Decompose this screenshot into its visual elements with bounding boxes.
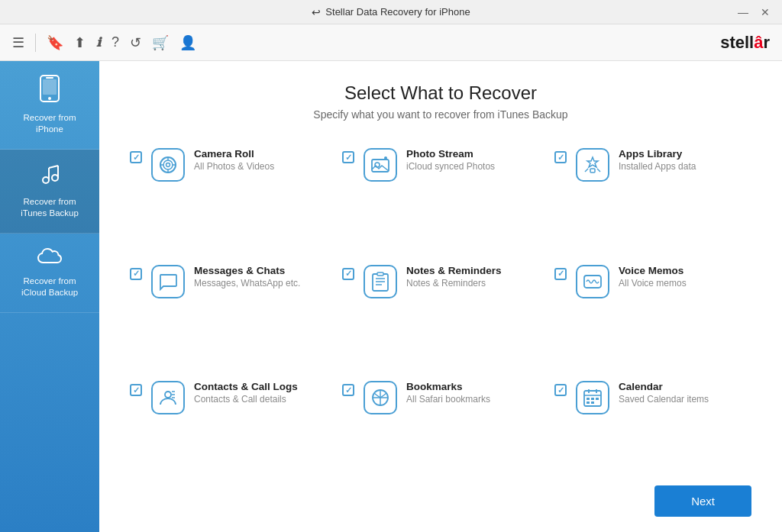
svg-point-4 (43, 177, 49, 183)
close-button[interactable]: ✕ (758, 6, 773, 18)
sidebar-item-itunes[interactable]: Recover fromiTunes Backup (0, 150, 99, 234)
iphone-icon (39, 75, 60, 106)
recovery-item-apps-library: Apps Library Installed Apps data (554, 148, 751, 243)
sidebar-icloud-label: Recover fromiCloud Backup (21, 276, 78, 298)
user-icon[interactable]: 👤 (179, 34, 196, 51)
bookmarks-checkbox[interactable] (342, 384, 354, 396)
sidebar-item-icloud[interactable]: Recover fromiCloud Backup (0, 234, 99, 313)
svg-point-18 (384, 156, 387, 160)
recovery-item-bookmarks: Bookmarks All Safari bookmarks (342, 381, 539, 476)
window-title: ↩ Stellar Data Recovery for iPhone (312, 6, 470, 18)
svg-rect-3 (43, 79, 57, 95)
menu-icon[interactable]: ☰ (12, 34, 24, 51)
svg-rect-37 (586, 398, 590, 400)
page-title: Select What to Recover (130, 82, 751, 104)
itunes-icon (38, 163, 61, 190)
svg-point-10 (163, 160, 173, 169)
camera-roll-checkbox[interactable] (130, 151, 142, 163)
calendar-icon (576, 381, 609, 414)
messages-checkbox[interactable] (130, 268, 142, 280)
recovery-grid: Camera Roll All Photos & Videos Photo S (130, 148, 751, 476)
sidebar-item-iphone[interactable]: Recover fromiPhone (0, 61, 99, 150)
photo-stream-checkbox[interactable] (342, 151, 354, 163)
messages-icon (151, 265, 185, 298)
sidebar: Recover fromiPhone Recover fromiTunes Ba… (0, 61, 99, 532)
minimize-button[interactable]: — (735, 6, 751, 18)
calendar-text: Calendar Saved Calendar items (619, 381, 709, 405)
svg-rect-19 (590, 169, 595, 172)
main-layout: Recover fromiPhone Recover fromiTunes Ba… (0, 61, 782, 532)
toolbar: ☰ 🔖 ⬆ ℹ ? ↺ 🛒 👤 stellâr (0, 24, 782, 61)
photo-stream-text: Photo Stream iCloud synced Photos (406, 148, 495, 172)
svg-rect-38 (591, 398, 594, 400)
camera-roll-text: Camera Roll All Photos & Videos (194, 148, 274, 172)
page-subtitle: Specify what you want to recover from iT… (130, 108, 751, 121)
recovery-item-messages: Messages & Chats Messages, WhatsApp etc. (130, 265, 327, 360)
svg-line-8 (49, 166, 58, 168)
bookmarks-icon (364, 381, 397, 414)
sidebar-itunes-label: Recover fromiTunes Backup (21, 196, 79, 219)
window-controls[interactable]: — ✕ (735, 6, 773, 18)
icloud-icon (36, 247, 63, 269)
refresh-icon[interactable]: ↺ (130, 34, 141, 51)
svg-rect-41 (591, 401, 594, 404)
contacts-text: Contacts & Call Logs Contacts & Call det… (194, 381, 298, 405)
svg-rect-40 (586, 401, 590, 404)
cart-icon[interactable]: 🛒 (152, 34, 169, 51)
svg-rect-1 (46, 77, 53, 79)
recovery-item-calendar: Calendar Saved Calendar items (554, 381, 751, 476)
notes-checkbox[interactable] (342, 268, 354, 280)
recovery-item-voice-memos: Voice Memos All Voice memos (554, 265, 751, 360)
notes-text: Notes & Reminders Notes & Reminders (406, 265, 502, 289)
recovery-item-contacts: Contacts & Call Logs Contacts & Call det… (130, 381, 327, 476)
title-bar: ↩ Stellar Data Recovery for iPhone — ✕ (0, 0, 782, 24)
recovery-item-notes: Notes & Reminders Notes & Reminders (342, 265, 539, 360)
svg-rect-24 (377, 272, 383, 276)
voice-memos-icon (576, 265, 609, 298)
apps-library-text: Apps Library Installed Apps data (619, 148, 696, 172)
svg-rect-39 (596, 398, 599, 400)
svg-point-11 (166, 163, 170, 167)
apps-library-checkbox[interactable] (554, 151, 567, 163)
app-title: Stellar Data Recovery for iPhone (325, 6, 470, 18)
svg-rect-20 (373, 274, 388, 291)
info-icon[interactable]: ℹ (96, 35, 101, 50)
contacts-checkbox[interactable] (130, 384, 142, 396)
toolbar-divider (35, 34, 36, 52)
bookmarks-text: Bookmarks All Safari bookmarks (406, 381, 490, 405)
recovery-item-camera-roll: Camera Roll All Photos & Videos (130, 148, 327, 243)
calendar-checkbox[interactable] (554, 384, 567, 396)
svg-point-5 (52, 175, 58, 181)
photo-stream-icon (364, 148, 397, 182)
bottom-bar: Next (130, 476, 751, 517)
next-button[interactable]: Next (654, 485, 751, 517)
contacts-icon (151, 381, 185, 414)
camera-roll-icon (151, 148, 185, 182)
svg-rect-16 (372, 160, 389, 172)
svg-point-2 (48, 97, 51, 100)
bookmark-icon[interactable]: 🔖 (47, 34, 63, 51)
notes-icon (364, 265, 397, 298)
export-icon[interactable]: ⬆ (74, 34, 86, 51)
messages-text: Messages & Chats Messages, WhatsApp etc. (194, 265, 300, 289)
svg-point-26 (165, 392, 171, 398)
apps-library-icon (576, 148, 609, 182)
brand-logo: stellâr (720, 33, 770, 53)
voice-memos-text: Voice Memos All Voice memos (619, 265, 687, 289)
content-area: Select What to Recover Specify what you … (99, 61, 782, 532)
voice-memos-checkbox[interactable] (554, 268, 567, 280)
help-icon[interactable]: ? (111, 34, 119, 50)
recovery-item-photo-stream: Photo Stream iCloud synced Photos (342, 148, 539, 243)
sidebar-iphone-label: Recover fromiPhone (23, 112, 76, 135)
